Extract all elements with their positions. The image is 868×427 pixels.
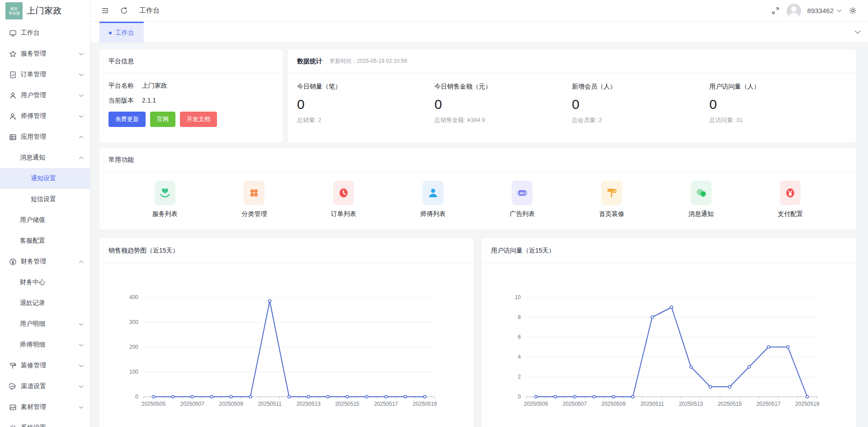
top-row: 平台信息 平台名称上门家政 当前版本2.1.1 免费更新官网开发文档 — [99, 50, 856, 142]
sidebar-item-user-mgmt[interactable]: 用户管理 — [0, 85, 90, 106]
sidebar-item-label: 师傅明细 — [20, 341, 45, 349]
breadcrumb: 工作台 — [139, 6, 160, 15]
function-label: 分类管理 — [241, 210, 267, 218]
stats-card-title: 数据统计 — [297, 57, 322, 66]
chevron-down-icon — [79, 115, 84, 118]
svg-text:200: 200 — [129, 344, 138, 350]
function-message-notify[interactable]: 消息通知 — [689, 181, 714, 218]
chevron-down-icon — [837, 9, 842, 13]
stat-label: 新增会员（人） — [572, 83, 709, 91]
function-master-list[interactable]: 师傅列表 — [420, 181, 446, 218]
sidebar-item-label: 通知设置 — [31, 174, 56, 183]
channel-icon — [9, 383, 17, 390]
svg-text:20250517: 20250517 — [374, 401, 398, 407]
gear-icon — [9, 424, 17, 427]
fullscreen-icon[interactable] — [771, 6, 780, 15]
sidebar-item-label: 师傅管理 — [21, 112, 46, 120]
tab-workbench[interactable]: 工作台 — [99, 22, 144, 42]
sidebar-item-system-settings[interactable]: 系统设置 — [0, 418, 90, 427]
function-ad-list[interactable]: AD广告列表 — [509, 181, 535, 218]
sidebar-item-sms-settings[interactable]: 短信设置 — [0, 189, 90, 210]
sidebar-item-label: 服务管理 — [21, 50, 46, 58]
function-payment-config[interactable]: 支付配置 — [778, 181, 803, 218]
message-notify-icon — [691, 181, 712, 205]
data-stats-card: 数据统计 更新时间：2025-05-19 02:10:59 今日销量（笔）0总销… — [288, 50, 856, 142]
user-menu[interactable]: 8933462 — [807, 7, 842, 14]
sidebar-item-user-stored-value[interactable]: 用户储值 — [0, 210, 90, 230]
sidebar-menu: 工作台服务管理订单管理用户管理师傅管理应用管理消息通知通知设置短信设置用户储值客… — [0, 22, 90, 427]
sidebar: 家政 专业版 上门家政 工作台服务管理订单管理用户管理师傅管理应用管理消息通知通… — [0, 0, 90, 427]
chevron-down-icon — [79, 52, 84, 56]
tab-bar: 工作台 — [90, 22, 868, 43]
sidebar-item-label: 用户明细 — [20, 320, 45, 328]
official-site-button[interactable]: 官网 — [150, 112, 175, 127]
sidebar-item-notify-settings[interactable]: 通知设置 — [0, 168, 90, 189]
platform-card-header: 平台信息 — [99, 50, 283, 73]
username: 8933462 — [807, 7, 834, 14]
sales-trend-header: 销售额趋势图（近15天） — [99, 238, 473, 263]
stat-value: 0 — [434, 97, 572, 112]
settings-gear-icon[interactable] — [848, 6, 857, 15]
sidebar-item-master-detail[interactable]: 师傅明细 — [0, 334, 90, 355]
sidebar-item-refund-records[interactable]: 退款记录 — [0, 293, 90, 314]
sidebar-item-service-mgmt[interactable]: 服务管理 — [0, 43, 90, 64]
sidebar-item-finance-center[interactable]: 财务中心 — [0, 272, 90, 293]
sidebar-item-master-mgmt[interactable]: 师傅管理 — [0, 106, 90, 127]
svg-text:20250515: 20250515 — [335, 401, 359, 407]
user-visits-header: 用户访问量（近15天） — [482, 238, 856, 263]
user-visits-chart: 0246810202505052025050720250509202505112… — [482, 263, 856, 427]
collapse-sidebar-icon[interactable] — [100, 6, 109, 15]
function-category-mgmt[interactable]: 分类管理 — [241, 181, 267, 218]
sidebar-item-channel-settings[interactable]: 渠道设置 — [0, 376, 90, 397]
star-icon — [9, 50, 17, 58]
stat-label: 用户访问量（人） — [709, 83, 847, 91]
sidebar-item-user-detail[interactable]: 用户明细 — [0, 314, 90, 334]
apps-icon — [9, 133, 17, 141]
sidebar-item-label: 装修管理 — [21, 361, 46, 370]
stat-col-2: 新增会员（人）0总会员量: 2 — [572, 83, 709, 124]
ad-list-icon: AD — [512, 181, 533, 205]
sidebar-item-customer-service-config[interactable]: 客服配置 — [0, 230, 90, 251]
avatar[interactable] — [787, 4, 801, 18]
logo-text-bottom: 专业版 — [9, 11, 20, 15]
sidebar-item-decorate-mgmt[interactable]: 装修管理 — [0, 355, 90, 376]
svg-text:20250513: 20250513 — [297, 401, 321, 407]
sidebar-item-material-mgmt[interactable]: 素材管理 — [0, 397, 90, 418]
svg-text:20250511: 20250511 — [258, 401, 282, 407]
platform-name-label: 平台名称 — [108, 82, 134, 89]
function-label: 师傅列表 — [420, 210, 446, 218]
decorate-icon — [9, 362, 17, 370]
platform-name-value: 上门家政 — [142, 82, 167, 89]
topbar-right: 8933462 — [771, 4, 857, 18]
function-service-list[interactable]: 服务列表 — [152, 181, 178, 218]
user-visits-title: 用户访问量（近15天） — [491, 247, 555, 255]
sidebar-item-label: 素材管理 — [21, 403, 46, 411]
svg-text:20250519: 20250519 — [413, 401, 437, 407]
dev-docs-button[interactable]: 开发文档 — [180, 112, 217, 127]
app-logo: 家政 专业版 上门家政 — [0, 0, 90, 22]
svg-text:20250513: 20250513 — [679, 401, 703, 407]
refresh-icon[interactable] — [119, 6, 128, 15]
sidebar-item-app-mgmt[interactable]: 应用管理 — [0, 127, 90, 147]
platform-card-title: 平台信息 — [108, 57, 134, 66]
sidebar-item-message-notify[interactable]: 消息通知 — [0, 147, 90, 168]
sidebar-item-finance-mgmt[interactable]: 财务管理 — [0, 251, 90, 272]
svg-text:20250511: 20250511 — [640, 401, 664, 407]
tab-label: 工作台 — [115, 29, 134, 37]
sidebar-item-order-mgmt[interactable]: 订单管理 — [0, 64, 90, 85]
user-visits-card: 用户访问量（近15天） 0246810202505052025050720250… — [482, 238, 856, 427]
sidebar-item-label: 渠道设置 — [21, 382, 46, 390]
platform-version-row: 当前版本2.1.1 — [108, 97, 274, 105]
function-home-decorate[interactable]: 首页装修 — [599, 181, 624, 218]
stats-card-header: 数据统计 更新时间：2025-05-19 02:10:59 — [288, 50, 856, 73]
tabbar-chevron-down-icon[interactable] — [854, 22, 861, 43]
material-icon — [9, 404, 17, 411]
sidebar-item-workbench[interactable]: 工作台 — [0, 23, 90, 43]
logo-badge: 家政 专业版 — [5, 2, 23, 19]
svg-text:400: 400 — [129, 294, 138, 300]
svg-text:20250505: 20250505 — [142, 401, 166, 407]
free-update-button[interactable]: 免费更新 — [108, 112, 146, 127]
stat-sub: 总访问量: 31 — [709, 116, 847, 124]
function-order-list[interactable]: 订单列表 — [331, 181, 356, 218]
charts-row: 销售额趋势图（近15天） 010020030040020250505202505… — [99, 238, 856, 427]
